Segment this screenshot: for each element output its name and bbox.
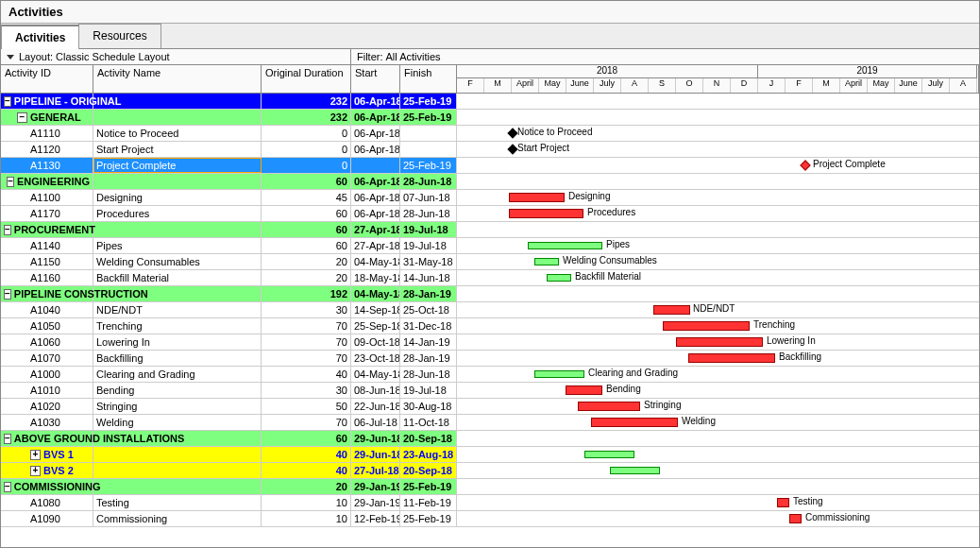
table-row[interactable]: −ENGINEERING6006-Apr-1828-Jun-18 [1, 174, 979, 190]
gantt-bar[interactable] [509, 193, 565, 202]
table-row[interactable]: +BVS 24027-Jul-1820-Sep-18 [1, 463, 979, 479]
collapse-icon[interactable]: − [4, 225, 11, 235]
table-row[interactable]: A1170Procedures6006-Apr-1828-Jun-18Proce… [1, 206, 979, 222]
table-row[interactable]: A1050Trenching7025-Sep-1831-Dec-18Trench… [1, 318, 979, 334]
gantt-bar[interactable] [547, 274, 571, 282]
collapse-icon[interactable]: − [4, 96, 11, 107]
chevron-down-icon [7, 55, 14, 60]
table-row[interactable]: A1080Testing1029-Jan-1911-Feb-19Testing [1, 495, 979, 511]
table-row[interactable]: A1100Designing4506-Apr-1807-Jun-18Design… [1, 190, 979, 206]
table-row[interactable]: A1020Stringing5022-Jun-1830-Aug-18String… [1, 399, 979, 415]
expand-icon[interactable]: + [30, 466, 41, 476]
cell-finish [400, 142, 457, 157]
table-row[interactable]: A1150Welding Consumables2004-May-1831-Ma… [1, 254, 979, 270]
gantt-bar[interactable] [584, 451, 634, 458]
table-row[interactable]: A1010Bending3008-Jun-1819-Jul-18Bending [1, 383, 979, 399]
gantt-cell: Start Project [457, 142, 979, 157]
gantt-cell [457, 222, 979, 237]
table-row[interactable]: A1130Project Complete025-Feb-19Project C… [1, 158, 979, 174]
cell-start: 06-Apr-18 [351, 110, 400, 125]
gantt-cell: Procedures [457, 206, 979, 221]
gantt-cell [457, 174, 979, 189]
cell-activity-id: −PIPELINE - ORIGINAL [1, 94, 93, 109]
collapse-icon[interactable]: − [4, 434, 11, 444]
table-row[interactable]: −COMMISSIONING2029-Jan-1925-Feb-19 [1, 479, 979, 495]
gantt-bar[interactable] [610, 467, 660, 474]
table-row[interactable]: A1090Commissioning1012-Feb-1925-Feb-19Co… [1, 511, 979, 527]
table-row[interactable]: −PROCUREMENT6027-Apr-1819-Jul-18 [1, 222, 979, 238]
gantt-bar[interactable] [789, 514, 802, 523]
cell-activity-id: −ABOVE GROUND INSTALLATIONS [1, 431, 93, 446]
collapse-icon[interactable]: − [4, 289, 11, 300]
collapse-icon[interactable]: − [7, 177, 14, 187]
milestone-icon[interactable] [507, 144, 517, 154]
table-row[interactable]: −ABOVE GROUND INSTALLATIONS6029-Jun-1820… [1, 431, 979, 447]
milestone-icon[interactable] [800, 160, 810, 170]
gantt-label: Clearing and Grading [588, 368, 678, 378]
cell-start: 29-Jan-19 [351, 479, 400, 494]
gantt-bar[interactable] [663, 321, 750, 331]
cell-finish: 14-Jun-18 [400, 270, 457, 285]
tab-resources[interactable]: Resources [78, 24, 161, 48]
gantt-bar[interactable] [566, 385, 602, 395]
filter-selector[interactable]: Filter: All Activities [351, 49, 447, 64]
table-row[interactable]: A1030Welding7006-Jul-1811-Oct-18Welding [1, 415, 979, 431]
layout-selector[interactable]: Layout: Classic Schedule Layout [1, 49, 351, 64]
cell-activity-name [93, 463, 262, 478]
gantt-bar[interactable] [534, 370, 584, 378]
page-title: Activities [1, 1, 979, 24]
cell-activity-id: −ENGINEERING [1, 174, 93, 189]
table-row[interactable]: A1160Backfill Material2018-May-1814-Jun-… [1, 270, 979, 286]
table-row[interactable]: +BVS 14029-Jun-1823-Aug-18 [1, 447, 979, 463]
cell-duration: 192 [262, 286, 351, 301]
table-row[interactable]: A1060Lowering In7009-Oct-1814-Jan-19Lowe… [1, 334, 979, 351]
header-start[interactable]: Start [351, 65, 400, 93]
header-activity-name[interactable]: Activity Name [93, 65, 262, 93]
table-row[interactable]: A1070Backfilling7023-Oct-1828-Jan-19Back… [1, 351, 979, 367]
cell-activity-name: Commissioning [93, 511, 262, 526]
cell-finish: 19-Jul-18 [400, 383, 457, 398]
tab-activities[interactable]: Activities [1, 25, 79, 49]
cell-duration: 60 [262, 206, 351, 221]
gantt-label: Designing [568, 191, 610, 201]
table-row[interactable]: A1110Notice to Proceed006-Apr-18Notice t… [1, 126, 979, 142]
table-row[interactable]: A1000Clearing and Grading4004-May-1828-J… [1, 367, 979, 383]
gantt-bar[interactable] [777, 498, 789, 507]
table-row[interactable]: −PIPELINE CONSTRUCTION19204-May-1828-Jan… [1, 286, 979, 302]
gantt-bar[interactable] [534, 258, 559, 265]
cell-finish: 25-Feb-19 [400, 479, 457, 494]
gantt-label: Testing [793, 496, 823, 506]
cell-finish: 28-Jan-19 [400, 286, 457, 301]
header-activity-id[interactable]: Activity ID [1, 65, 93, 93]
header-duration[interactable]: Original Duration [262, 65, 351, 93]
cell-duration: 70 [262, 334, 351, 350]
gantt-bar[interactable] [653, 305, 690, 315]
milestone-icon[interactable] [507, 128, 517, 138]
header-finish[interactable]: Finish [400, 65, 457, 93]
cell-duration: 232 [262, 94, 351, 109]
table-row[interactable]: −PIPELINE - ORIGINAL23206-Apr-1825-Feb-1… [1, 94, 979, 110]
collapse-icon[interactable]: − [17, 112, 27, 123]
gantt-bar[interactable] [591, 418, 678, 427]
gantt-bar[interactable] [528, 242, 602, 249]
gantt-bar[interactable] [676, 337, 763, 347]
grid-body[interactable]: −PIPELINE - ORIGINAL23206-Apr-1825-Feb-1… [1, 94, 979, 547]
cell-activity-name: Stringing [93, 399, 262, 414]
table-row[interactable]: A1120Start Project006-Apr-18Start Projec… [1, 142, 979, 158]
collapse-icon[interactable]: − [4, 482, 11, 492]
gantt-bar[interactable] [578, 402, 640, 411]
cell-finish: 11-Feb-19 [400, 495, 457, 510]
table-row[interactable]: −GENERAL23206-Apr-1825-Feb-19 [1, 110, 979, 126]
cell-activity-id: A1030 [1, 415, 93, 430]
table-row[interactable]: A1140Pipes6027-Apr-1819-Jul-18Pipes [1, 238, 979, 254]
cell-activity-name: Procedures [93, 206, 262, 221]
gantt-label: Lowering In [767, 335, 816, 346]
gantt-bar[interactable] [688, 353, 775, 363]
cell-start: 06-Apr-18 [351, 190, 400, 205]
table-row[interactable]: A1040NDE/NDT3014-Sep-1825-Oct-18NDE/NDT [1, 302, 979, 318]
gantt-cell: Commissioning [457, 511, 979, 526]
cell-activity-id: +BVS 2 [1, 463, 93, 478]
cell-start: 06-Apr-18 [351, 126, 400, 141]
gantt-bar[interactable] [509, 209, 583, 218]
expand-icon[interactable]: + [30, 450, 41, 460]
